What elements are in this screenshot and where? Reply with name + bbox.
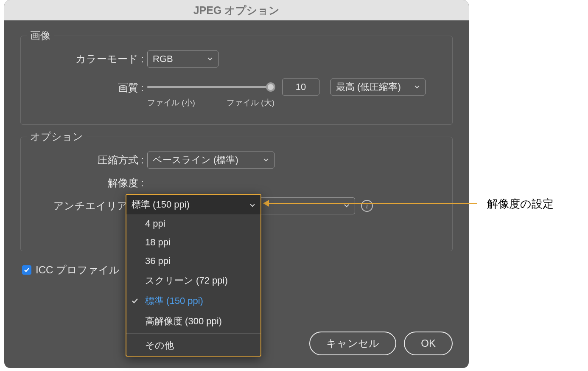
color-mode-label: カラーモード : [29, 52, 147, 66]
icc-profile-label: ICC プロファイル [36, 263, 120, 277]
resolution-option-36ppi[interactable]: 36 ppi [126, 252, 260, 270]
chevron-down-icon [344, 204, 350, 208]
resolution-option-18ppi[interactable]: 18 ppi [126, 233, 260, 252]
slider-max-label: ファイル (大) [227, 97, 274, 108]
chevron-down-icon [414, 85, 420, 89]
resolution-option-screen-72ppi[interactable]: スクリーン (72 ppi) [126, 270, 260, 291]
color-mode-value: RGB [153, 53, 173, 65]
resolution-option-standard-150ppi[interactable]: 標準 (150 ppi) [126, 291, 260, 311]
image-group: 画像 カラーモード : RGB 画質 : 10 [20, 36, 453, 125]
resolution-label: 解像度 : [29, 176, 147, 190]
resolution-option-label: 標準 (150 ppi) [145, 295, 203, 306]
resolution-option-high-300ppi[interactable]: 高解像度 (300 ppi) [126, 311, 260, 332]
check-icon [132, 295, 138, 306]
quality-preset-select[interactable]: 最高 (低圧縮率) [330, 79, 426, 96]
callout-line [269, 203, 477, 204]
dialog-title: JPEG オプション [4, 0, 469, 20]
compression-value: ベースライン (標準) [153, 154, 238, 166]
compression-select[interactable]: ベースライン (標準) [147, 152, 274, 169]
callout-text: 解像度の設定 [487, 197, 554, 211]
chevron-down-icon [207, 57, 213, 61]
quality-preset-value: 最高 (低圧縮率) [336, 81, 401, 93]
compression-label: 圧縮方式 : [29, 153, 147, 167]
quality-slider[interactable] [147, 79, 274, 96]
image-group-legend: 画像 [27, 29, 54, 42]
info-icon[interactable]: i [361, 200, 373, 212]
resolution-option-other[interactable]: その他 [126, 335, 260, 356]
cancel-button[interactable]: キャンセル [309, 332, 396, 355]
slider-thumb[interactable] [266, 82, 275, 92]
resolution-dropdown-open: 標準 (150 ppi) 4 ppi 18 ppi 36 ppi スクリーン (… [126, 194, 261, 357]
menu-separator [126, 333, 260, 334]
options-group-legend: オプション [27, 130, 87, 143]
color-mode-select[interactable]: RGB [147, 51, 218, 67]
callout-arrow-icon [263, 200, 269, 207]
resolution-option-4ppi[interactable]: 4 ppi [126, 214, 260, 233]
ok-button[interactable]: OK [404, 332, 453, 355]
chevron-down-icon [263, 158, 269, 162]
slider-min-label: ファイル (小) [147, 97, 195, 108]
chevron-down-icon [249, 199, 255, 210]
resolution-select[interactable]: 標準 (150 ppi) [126, 195, 260, 214]
resolution-current-value: 標準 (150 ppi) [132, 198, 190, 211]
quality-value-input[interactable]: 10 [282, 79, 319, 96]
checkbox-checked-icon [22, 265, 31, 275]
quality-label: 画質 : [29, 79, 147, 95]
